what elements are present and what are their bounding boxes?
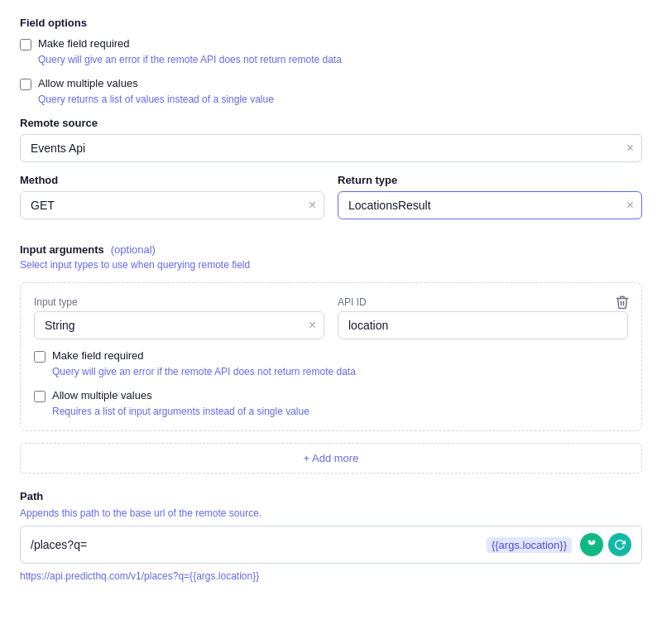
allow-multiple-checkbox[interactable] xyxy=(20,79,31,90)
remote-source-clear-icon[interactable]: × xyxy=(626,142,634,155)
method-col: Method × xyxy=(20,174,324,231)
generated-url[interactable]: https://api.predicthq.com/v1/places?q={{… xyxy=(20,570,642,582)
api-id-input[interactable] xyxy=(338,311,628,339)
inner-allow-multiple-row: Allow multiple values xyxy=(34,389,628,402)
inner-make-required-label: Make field required xyxy=(52,349,144,362)
path-section: Path Appends this path to the base url o… xyxy=(20,490,642,582)
method-label: Method xyxy=(20,174,324,186)
make-required-row: Make field required xyxy=(20,37,642,50)
trash-icon-wrapper[interactable] xyxy=(615,295,630,312)
return-type-col: Return type × xyxy=(338,174,642,231)
trash-icon xyxy=(615,295,630,310)
path-icon-group xyxy=(580,533,631,556)
return-type-clear-icon[interactable]: × xyxy=(626,199,634,212)
inner-allow-multiple-hint: Requires a list of input arguments inste… xyxy=(52,406,628,417)
inner-allow-multiple-checkbox[interactable] xyxy=(34,391,46,402)
input-arguments-section: Input arguments (optional) Select input … xyxy=(20,243,642,490)
path-template-tag[interactable]: {{args.location}} xyxy=(487,537,572,553)
make-required-label: Make field required xyxy=(38,37,130,50)
refresh-icon xyxy=(614,539,626,550)
allow-multiple-row: Allow multiple values xyxy=(20,77,642,90)
path-prefix: /places?q= xyxy=(31,538,487,551)
return-type-label: Return type xyxy=(338,174,642,186)
input-arguments-main-label: Input arguments xyxy=(20,243,104,256)
remote-source-input[interactable] xyxy=(20,134,642,162)
remote-source-label: Remote source xyxy=(20,117,642,129)
input-arguments-hint: Select input types to use when querying … xyxy=(20,259,642,271)
inner-make-required-checkbox[interactable] xyxy=(34,351,46,363)
path-label: Path xyxy=(20,490,642,502)
path-hint: Appends this path to the base url of the… xyxy=(20,507,642,519)
remote-source-section: Remote source × xyxy=(20,117,642,162)
input-type-wrapper: × xyxy=(34,311,324,339)
argument-card-header: Input type × API ID xyxy=(34,296,628,339)
input-type-label: Input type xyxy=(34,296,324,308)
input-type-col: Input type × xyxy=(34,296,324,339)
method-clear-icon[interactable]: × xyxy=(309,199,316,212)
field-options-title: Field options xyxy=(20,17,642,29)
make-required-hint: Query will give an error if the remote A… xyxy=(38,54,642,65)
inner-make-required-hint: Query will give an error if the remote A… xyxy=(52,366,628,377)
api-id-col: API ID xyxy=(338,296,628,339)
argument-card: Input type × API ID xyxy=(20,282,642,431)
input-arguments-optional-label: (optional) xyxy=(111,243,156,256)
api-id-label: API ID xyxy=(338,296,628,308)
method-wrapper: × xyxy=(20,191,324,219)
allow-multiple-label: Allow multiple values xyxy=(38,77,138,89)
plant-icon xyxy=(586,539,597,550)
refresh-icon-button[interactable] xyxy=(608,533,631,556)
path-url-wrapper: /places?q= {{args.location}} xyxy=(20,526,642,564)
add-more-button[interactable]: + Add more xyxy=(20,443,642,473)
inner-allow-multiple-label: Allow multiple values xyxy=(52,389,152,401)
inner-make-required-row: Make field required xyxy=(34,349,628,363)
method-input[interactable] xyxy=(20,191,324,219)
input-type-clear-icon[interactable]: × xyxy=(309,319,316,332)
return-type-input[interactable] xyxy=(338,191,642,219)
field-options-section: Field options Make field required Query … xyxy=(20,17,642,105)
method-returntype-row: Method × Return type × xyxy=(20,174,642,231)
allow-multiple-hint: Query returns a list of values instead o… xyxy=(38,94,642,105)
input-type-input[interactable] xyxy=(34,311,324,339)
make-required-checkbox[interactable] xyxy=(20,39,31,50)
remote-source-wrapper: × xyxy=(20,134,642,162)
return-type-wrapper: × xyxy=(338,191,642,219)
input-arguments-header: Input arguments (optional) xyxy=(20,243,642,256)
plant-icon-button[interactable] xyxy=(580,533,603,556)
